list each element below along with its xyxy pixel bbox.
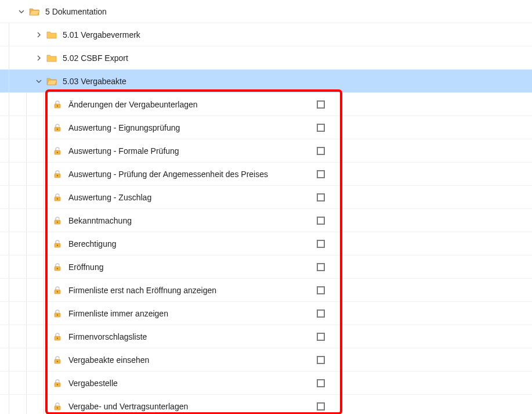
tree-row-root[interactable]: 5 Dokumentation (0, 0, 532, 23)
svg-point-9 (57, 198, 58, 199)
tree-leaf-label: Auswertung - Zuschlag (68, 193, 193, 202)
lock-open-icon (52, 355, 63, 365)
tree-leaf-row[interactable]: Eröffnung (0, 255, 532, 279)
permission-checkbox[interactable] (317, 100, 325, 109)
chevron-down-icon[interactable] (35, 77, 43, 85)
permission-checkbox[interactable] (317, 379, 325, 387)
lock-open-icon (52, 332, 63, 342)
tree-label: 5.01 Vergabevermerk (63, 30, 532, 39)
svg-point-21 (57, 337, 58, 339)
lock-open-icon (52, 169, 63, 179)
tree-leaf-row[interactable]: Auswertung - Prüfung der Angemessenheit … (0, 163, 532, 186)
lock-open-icon (52, 378, 63, 388)
svg-point-3 (57, 128, 58, 129)
tree-leaf-label: Berechtigung (68, 239, 193, 249)
tree-leaf-label: Änderungen der Vergabeunterlagen (68, 100, 198, 109)
tree-leaf-row[interactable]: Berechtigung (0, 232, 532, 255)
svg-point-19 (57, 314, 58, 315)
tree-leaf-label: Vergabe- und Vertragsunterlagen (68, 402, 193, 411)
tree-row-child[interactable]: 5.02 CSBF Export (0, 46, 532, 70)
tree-label: 5 Dokumentation (45, 7, 532, 16)
tree-leaf-label: Auswertung - Eignungsprüfung (68, 123, 193, 132)
permission-checkbox[interactable] (317, 263, 325, 271)
tree-leaf-row[interactable]: Änderungen der Vergabeunterlagen (0, 93, 532, 116)
tree-label: 5.03 Vergabeakte (63, 77, 532, 86)
lock-open-icon (52, 215, 63, 226)
tree-leaf-label: Vergabestelle (68, 379, 193, 388)
svg-point-1 (57, 105, 58, 106)
lock-open-icon (52, 262, 63, 272)
svg-point-17 (57, 291, 58, 292)
permission-checkbox[interactable] (317, 333, 325, 341)
svg-point-11 (57, 221, 58, 222)
tree-leaf-row[interactable]: Firmenliste immer anzeigen (0, 302, 532, 325)
lock-open-icon (52, 99, 63, 110)
lock-open-icon (52, 239, 63, 249)
permission-checkbox[interactable] (317, 170, 325, 178)
tree-leaf-row[interactable]: Vergabeakte einsehen (0, 348, 532, 372)
svg-point-5 (57, 152, 58, 153)
tree-leaf-row[interactable]: Auswertung - Eignungsprüfung (0, 116, 532, 139)
folder-open-icon (46, 76, 57, 87)
tree-leaf-label: Firmenvorschlagsliste (68, 332, 193, 341)
permission-checkbox[interactable] (317, 147, 325, 155)
tree-leaf-label: Auswertung - Prüfung der Angemessenheit … (68, 170, 268, 179)
folder-icon (46, 53, 57, 63)
permission-checkbox[interactable] (317, 286, 325, 294)
tree-leaf-row[interactable]: Firmenvorschlagsliste (0, 325, 532, 348)
tree-leaf-row[interactable]: Vergabe- und Vertragsunterlagen (0, 395, 532, 414)
vergabeakte-items-container: Änderungen der Vergabeunterlagen Auswert… (0, 93, 532, 414)
tree-leaf-label: Eröffnung (68, 262, 193, 272)
chevron-right-icon[interactable] (35, 54, 43, 62)
lock-open-icon (52, 192, 63, 203)
tree-leaf-row[interactable]: Bekanntmachung (0, 209, 532, 232)
svg-point-23 (57, 361, 58, 362)
svg-point-13 (57, 244, 58, 246)
tree-leaf-label: Bekanntmachung (68, 216, 193, 225)
svg-point-15 (57, 268, 58, 269)
lock-open-icon (52, 285, 63, 296)
tree-row-child[interactable]: 5.01 Vergabevermerk (0, 23, 532, 46)
permission-checkbox[interactable] (317, 356, 325, 364)
tree-label: 5.02 CSBF Export (63, 53, 532, 63)
tree-leaf-row[interactable]: Vergabestelle (0, 372, 532, 395)
tree-leaf-label: Auswertung - Formale Prüfung (68, 146, 193, 156)
chevron-right-icon[interactable] (35, 31, 43, 39)
lock-open-icon (52, 308, 63, 319)
tree-leaf-label: Firmenliste immer anzeigen (68, 309, 193, 318)
chevron-down-icon[interactable] (17, 8, 26, 16)
permission-checkbox[interactable] (317, 309, 325, 318)
permission-checkbox[interactable] (317, 402, 325, 411)
permission-checkbox[interactable] (317, 240, 325, 248)
svg-point-25 (57, 384, 58, 385)
lock-open-icon (52, 123, 63, 133)
tree-row-child-selected[interactable]: 5.03 Vergabeakte (0, 70, 532, 93)
tree-leaf-row[interactable]: Auswertung - Zuschlag (0, 186, 532, 209)
folder-icon (46, 30, 57, 40)
lock-open-icon (52, 401, 63, 412)
tree-container: 5 Dokumentation 5.01 Vergabevermerk 5.02… (0, 0, 532, 414)
permission-checkbox[interactable] (317, 193, 325, 201)
lock-open-icon (52, 146, 63, 156)
permission-checkbox[interactable] (317, 124, 325, 132)
permission-checkbox[interactable] (317, 217, 325, 225)
tree-leaf-label: Vergabeakte einsehen (68, 355, 193, 365)
tree-leaf-row[interactable]: Auswertung - Formale Prüfung (0, 139, 532, 163)
tree-leaf-label: Firmenliste erst nach Eröffnung anzeigen (68, 286, 216, 295)
svg-point-7 (57, 175, 58, 176)
svg-point-27 (57, 407, 58, 408)
folder-open-icon (29, 6, 39, 17)
tree-leaf-row[interactable]: Firmenliste erst nach Eröffnung anzeigen (0, 279, 532, 302)
